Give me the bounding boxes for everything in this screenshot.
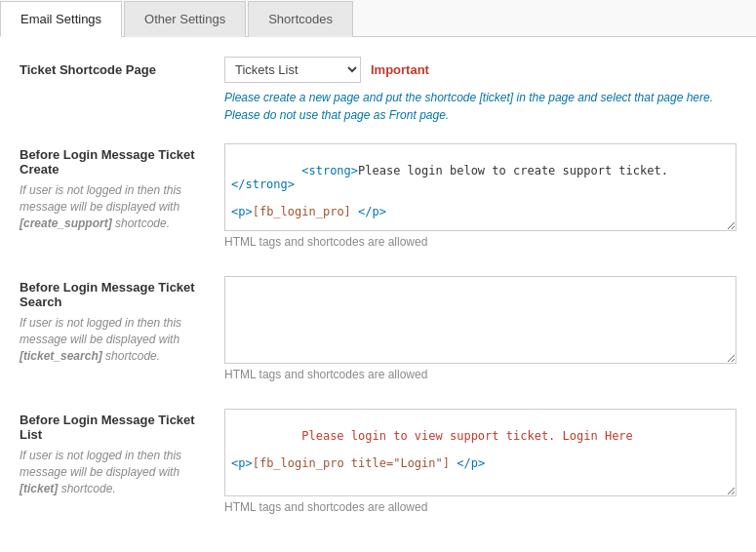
before-login-search-textarea[interactable] [224,276,736,364]
before-login-list-html-note: HTML tags and shortcodes are allowed [224,500,736,514]
before-login-create-label-container: Before Login Message Ticket Create If us… [20,143,224,231]
before-login-search-label-container: Before Login Message Ticket Search If us… [20,276,224,364]
before-login-create-textarea[interactable]: <strong>Please login below to create sup… [224,143,736,231]
shortcode-page-label: Ticket Shortcode Page [20,57,224,77]
before-login-create-field: <strong>Please login below to create sup… [224,143,736,249]
select-important-container: Tickets List Tickets Create Tickets Sear… [224,57,736,83]
before-login-search-field: HTML tags and shortcodes are allowed [224,276,736,381]
search-shortcode-ref: [ticket_search] [20,349,102,363]
before-login-search-row: Before Login Message Ticket Search If us… [20,276,736,381]
list-shortcode-ref: [ticket] [20,482,58,495]
before-login-search-title: Before Login Message Ticket Search [20,280,209,309]
main-content: Ticket Shortcode Page Tickets List Ticke… [0,37,756,552]
before-login-list-note: If user is not logged in then this messa… [20,448,209,496]
before-login-create-html-note: HTML tags and shortcodes are allowed [224,235,736,249]
before-login-list-title: Before Login Message Ticket List [20,413,209,442]
shortcode-hint: Please create a new page and put the sho… [224,89,736,124]
before-login-create-title: Before Login Message Ticket Create [20,147,209,177]
tab-email-settings[interactable]: Email Settings [0,1,122,37]
important-label: Important [371,62,429,77]
tab-other-settings[interactable]: Other Settings [124,1,246,37]
before-login-list-field: Please login to view support ticket. Log… [224,409,736,514]
before-login-list-row: Before Login Message Ticket List If user… [20,409,736,514]
before-login-list-label-container: Before Login Message Ticket List If user… [20,409,224,496]
hint-line1: Please create a new page and put the sho… [224,91,713,104]
before-login-search-note: If user is not logged in then this messa… [20,315,209,364]
before-login-search-html-note: HTML tags and shortcodes are allowed [224,368,736,381]
tabs-container: Email Settings Other Settings Shortcodes [0,0,756,37]
create-shortcode-ref: [create_support] [20,217,112,230]
tab-shortcodes[interactable]: Shortcodes [248,1,353,37]
hint-line2: Please do not use that page as Front pag… [224,108,449,122]
shortcode-page-select[interactable]: Tickets List Tickets Create Tickets Sear… [224,57,361,83]
shortcode-page-field: Tickets List Tickets Create Tickets Sear… [224,57,736,124]
before-login-create-note: If user is not logged in then this messa… [20,182,209,231]
page-wrapper: Email Settings Other Settings Shortcodes… [0,0,756,552]
before-login-list-textarea[interactable]: Please login to view support ticket. Log… [224,409,736,496]
shortcode-page-row: Ticket Shortcode Page Tickets List Ticke… [20,57,736,124]
before-login-create-row: Before Login Message Ticket Create If us… [20,143,736,249]
